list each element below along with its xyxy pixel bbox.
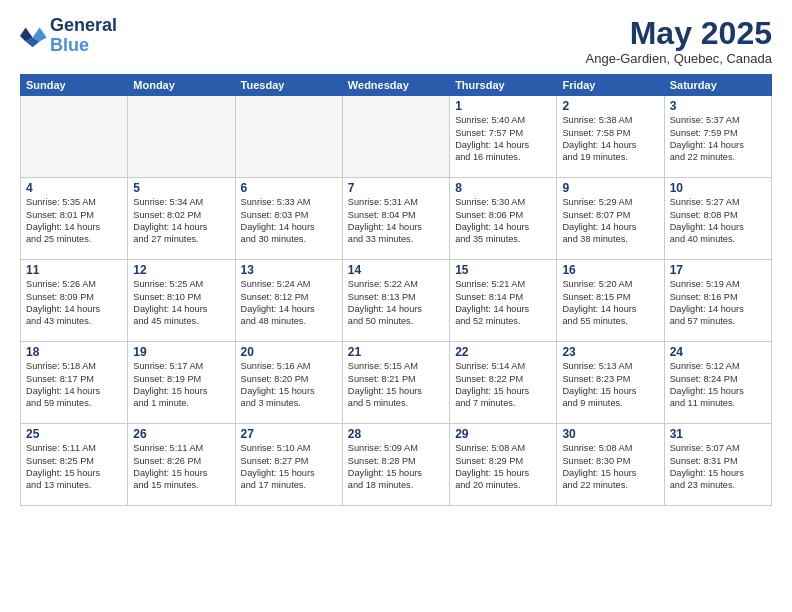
day-info: Sunrise: 5:17 AM Sunset: 8:19 PM Dayligh…: [133, 360, 229, 410]
day-info: Sunrise: 5:15 AM Sunset: 8:21 PM Dayligh…: [348, 360, 444, 410]
day-info: Sunrise: 5:18 AM Sunset: 8:17 PM Dayligh…: [26, 360, 122, 410]
logo-icon: [20, 22, 48, 50]
day-number: 11: [26, 263, 122, 277]
calendar-cell: 17Sunrise: 5:19 AM Sunset: 8:16 PM Dayli…: [664, 260, 771, 342]
calendar-cell: 1Sunrise: 5:40 AM Sunset: 7:57 PM Daylig…: [450, 96, 557, 178]
calendar-cell: [128, 96, 235, 178]
calendar-cell: 14Sunrise: 5:22 AM Sunset: 8:13 PM Dayli…: [342, 260, 449, 342]
day-number: 21: [348, 345, 444, 359]
day-info: Sunrise: 5:38 AM Sunset: 7:58 PM Dayligh…: [562, 114, 658, 164]
title-block: May 2025 Ange-Gardien, Quebec, Canada: [586, 16, 772, 66]
day-number: 9: [562, 181, 658, 195]
calendar-cell: 13Sunrise: 5:24 AM Sunset: 8:12 PM Dayli…: [235, 260, 342, 342]
calendar-title: May 2025: [586, 16, 772, 51]
calendar-cell: 23Sunrise: 5:13 AM Sunset: 8:23 PM Dayli…: [557, 342, 664, 424]
day-number: 16: [562, 263, 658, 277]
page: General Blue May 2025 Ange-Gardien, Queb…: [0, 0, 792, 612]
day-info: Sunrise: 5:24 AM Sunset: 8:12 PM Dayligh…: [241, 278, 337, 328]
calendar-cell: 15Sunrise: 5:21 AM Sunset: 8:14 PM Dayli…: [450, 260, 557, 342]
calendar-cell: 10Sunrise: 5:27 AM Sunset: 8:08 PM Dayli…: [664, 178, 771, 260]
calendar-cell: 22Sunrise: 5:14 AM Sunset: 8:22 PM Dayli…: [450, 342, 557, 424]
day-info: Sunrise: 5:13 AM Sunset: 8:23 PM Dayligh…: [562, 360, 658, 410]
calendar-cell: 3Sunrise: 5:37 AM Sunset: 7:59 PM Daylig…: [664, 96, 771, 178]
calendar-cell: 19Sunrise: 5:17 AM Sunset: 8:19 PM Dayli…: [128, 342, 235, 424]
day-info: Sunrise: 5:20 AM Sunset: 8:15 PM Dayligh…: [562, 278, 658, 328]
day-number: 7: [348, 181, 444, 195]
day-info: Sunrise: 5:33 AM Sunset: 8:03 PM Dayligh…: [241, 196, 337, 246]
calendar-cell: 9Sunrise: 5:29 AM Sunset: 8:07 PM Daylig…: [557, 178, 664, 260]
day-number: 20: [241, 345, 337, 359]
calendar-cell: 29Sunrise: 5:08 AM Sunset: 8:29 PM Dayli…: [450, 424, 557, 506]
calendar-cell: 11Sunrise: 5:26 AM Sunset: 8:09 PM Dayli…: [21, 260, 128, 342]
day-info: Sunrise: 5:10 AM Sunset: 8:27 PM Dayligh…: [241, 442, 337, 492]
header: General Blue May 2025 Ange-Gardien, Queb…: [20, 16, 772, 66]
day-info: Sunrise: 5:34 AM Sunset: 8:02 PM Dayligh…: [133, 196, 229, 246]
logo-line2: Blue: [50, 36, 117, 56]
calendar-cell: [21, 96, 128, 178]
week-row-2: 4Sunrise: 5:35 AM Sunset: 8:01 PM Daylig…: [21, 178, 772, 260]
calendar-cell: 26Sunrise: 5:11 AM Sunset: 8:26 PM Dayli…: [128, 424, 235, 506]
calendar-cell: 16Sunrise: 5:20 AM Sunset: 8:15 PM Dayli…: [557, 260, 664, 342]
calendar-cell: 24Sunrise: 5:12 AM Sunset: 8:24 PM Dayli…: [664, 342, 771, 424]
week-row-3: 11Sunrise: 5:26 AM Sunset: 8:09 PM Dayli…: [21, 260, 772, 342]
day-number: 27: [241, 427, 337, 441]
calendar-cell: 2Sunrise: 5:38 AM Sunset: 7:58 PM Daylig…: [557, 96, 664, 178]
day-info: Sunrise: 5:07 AM Sunset: 8:31 PM Dayligh…: [670, 442, 766, 492]
day-number: 10: [670, 181, 766, 195]
day-info: Sunrise: 5:21 AM Sunset: 8:14 PM Dayligh…: [455, 278, 551, 328]
week-row-4: 18Sunrise: 5:18 AM Sunset: 8:17 PM Dayli…: [21, 342, 772, 424]
day-info: Sunrise: 5:12 AM Sunset: 8:24 PM Dayligh…: [670, 360, 766, 410]
week-row-1: 1Sunrise: 5:40 AM Sunset: 7:57 PM Daylig…: [21, 96, 772, 178]
day-info: Sunrise: 5:08 AM Sunset: 8:30 PM Dayligh…: [562, 442, 658, 492]
day-number: 8: [455, 181, 551, 195]
logo-text: General Blue: [50, 16, 117, 56]
calendar-cell: 7Sunrise: 5:31 AM Sunset: 8:04 PM Daylig…: [342, 178, 449, 260]
day-number: 15: [455, 263, 551, 277]
calendar-cell: 21Sunrise: 5:15 AM Sunset: 8:21 PM Dayli…: [342, 342, 449, 424]
week-row-5: 25Sunrise: 5:11 AM Sunset: 8:25 PM Dayli…: [21, 424, 772, 506]
day-info: Sunrise: 5:19 AM Sunset: 8:16 PM Dayligh…: [670, 278, 766, 328]
col-header-friday: Friday: [557, 75, 664, 96]
day-info: Sunrise: 5:16 AM Sunset: 8:20 PM Dayligh…: [241, 360, 337, 410]
header-row: SundayMondayTuesdayWednesdayThursdayFrid…: [21, 75, 772, 96]
col-header-monday: Monday: [128, 75, 235, 96]
day-info: Sunrise: 5:29 AM Sunset: 8:07 PM Dayligh…: [562, 196, 658, 246]
day-info: Sunrise: 5:40 AM Sunset: 7:57 PM Dayligh…: [455, 114, 551, 164]
day-number: 13: [241, 263, 337, 277]
day-info: Sunrise: 5:14 AM Sunset: 8:22 PM Dayligh…: [455, 360, 551, 410]
calendar-subtitle: Ange-Gardien, Quebec, Canada: [586, 51, 772, 66]
day-info: Sunrise: 5:30 AM Sunset: 8:06 PM Dayligh…: [455, 196, 551, 246]
calendar-cell: 30Sunrise: 5:08 AM Sunset: 8:30 PM Dayli…: [557, 424, 664, 506]
day-number: 24: [670, 345, 766, 359]
calendar-cell: 5Sunrise: 5:34 AM Sunset: 8:02 PM Daylig…: [128, 178, 235, 260]
day-info: Sunrise: 5:11 AM Sunset: 8:25 PM Dayligh…: [26, 442, 122, 492]
day-number: 29: [455, 427, 551, 441]
calendar-cell: 6Sunrise: 5:33 AM Sunset: 8:03 PM Daylig…: [235, 178, 342, 260]
day-number: 3: [670, 99, 766, 113]
day-number: 12: [133, 263, 229, 277]
day-number: 6: [241, 181, 337, 195]
day-info: Sunrise: 5:22 AM Sunset: 8:13 PM Dayligh…: [348, 278, 444, 328]
day-info: Sunrise: 5:25 AM Sunset: 8:10 PM Dayligh…: [133, 278, 229, 328]
calendar-table: SundayMondayTuesdayWednesdayThursdayFrid…: [20, 74, 772, 506]
calendar-cell: 8Sunrise: 5:30 AM Sunset: 8:06 PM Daylig…: [450, 178, 557, 260]
day-number: 28: [348, 427, 444, 441]
col-header-thursday: Thursday: [450, 75, 557, 96]
calendar-cell: 31Sunrise: 5:07 AM Sunset: 8:31 PM Dayli…: [664, 424, 771, 506]
day-number: 2: [562, 99, 658, 113]
logo-line1: General: [50, 16, 117, 36]
day-number: 30: [562, 427, 658, 441]
day-number: 5: [133, 181, 229, 195]
day-info: Sunrise: 5:26 AM Sunset: 8:09 PM Dayligh…: [26, 278, 122, 328]
day-number: 22: [455, 345, 551, 359]
day-info: Sunrise: 5:08 AM Sunset: 8:29 PM Dayligh…: [455, 442, 551, 492]
day-number: 25: [26, 427, 122, 441]
col-header-saturday: Saturday: [664, 75, 771, 96]
col-header-tuesday: Tuesday: [235, 75, 342, 96]
calendar-cell: 12Sunrise: 5:25 AM Sunset: 8:10 PM Dayli…: [128, 260, 235, 342]
day-info: Sunrise: 5:27 AM Sunset: 8:08 PM Dayligh…: [670, 196, 766, 246]
logo: General Blue: [20, 16, 117, 56]
col-header-wednesday: Wednesday: [342, 75, 449, 96]
day-number: 26: [133, 427, 229, 441]
day-number: 23: [562, 345, 658, 359]
